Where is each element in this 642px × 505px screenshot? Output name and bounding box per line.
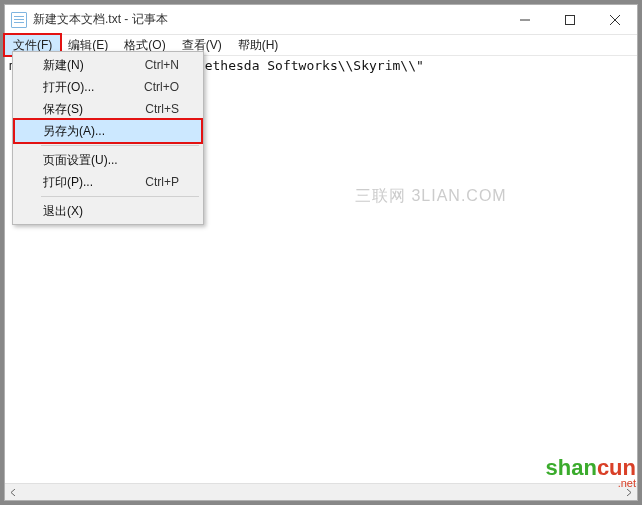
menu-item-save[interactable]: 保存(S) Ctrl+S (15, 98, 201, 120)
window-controls (502, 5, 637, 34)
svg-rect-1 (565, 15, 574, 24)
menu-item-label: 页面设置(U)... (43, 152, 161, 169)
menu-item-exit[interactable]: 退出(X) (15, 200, 201, 222)
menu-item-shortcut: Ctrl+N (145, 58, 179, 72)
menu-help[interactable]: 帮助(H) (230, 35, 287, 55)
menu-item-new[interactable]: 新建(N) Ctrl+N (15, 54, 201, 76)
menu-item-open[interactable]: 打开(O)... Ctrl+O (15, 76, 201, 98)
menu-item-shortcut: Ctrl+P (145, 175, 179, 189)
minimize-button[interactable] (502, 5, 547, 34)
titlebar: 新建文本文档.txt - 记事本 (5, 5, 637, 35)
menu-separator (41, 196, 199, 197)
file-menu-dropdown: 新建(N) Ctrl+N 打开(O)... Ctrl+O 保存(S) Ctrl+… (12, 51, 204, 225)
menu-item-label: 保存(S) (43, 101, 127, 118)
horizontal-scrollbar[interactable] (5, 483, 637, 500)
window-title: 新建文本文档.txt - 记事本 (33, 11, 168, 28)
scroll-track[interactable] (22, 484, 620, 501)
scroll-right-arrow[interactable] (620, 484, 637, 501)
menu-item-label: 退出(X) (43, 203, 161, 220)
menu-item-print[interactable]: 打印(P)... Ctrl+P (15, 171, 201, 193)
menu-item-page-setup[interactable]: 页面设置(U)... (15, 149, 201, 171)
scroll-left-arrow[interactable] (5, 484, 22, 501)
close-button[interactable] (592, 5, 637, 34)
menu-item-label: 打印(P)... (43, 174, 127, 191)
menu-item-label: 另存为(A)... (43, 123, 161, 140)
menu-item-save-as[interactable]: 另存为(A)... (15, 120, 201, 142)
menu-item-shortcut: Ctrl+S (145, 102, 179, 116)
menu-item-shortcut: Ctrl+O (144, 80, 179, 94)
menu-separator (41, 145, 199, 146)
menu-item-label: 新建(N) (43, 57, 127, 74)
maximize-button[interactable] (547, 5, 592, 34)
notepad-icon (11, 12, 27, 28)
menu-item-label: 打开(O)... (43, 79, 126, 96)
